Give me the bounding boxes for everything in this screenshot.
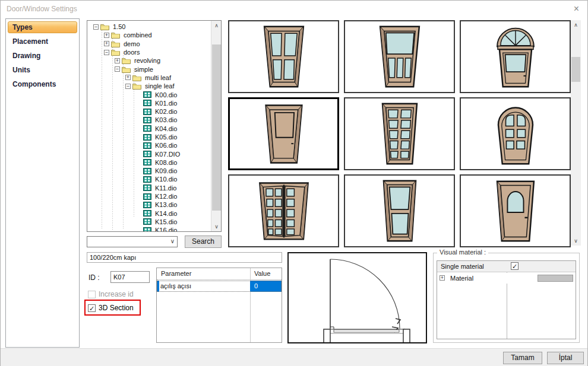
- tree-item-label: K16.dio: [154, 227, 178, 231]
- sidebar-item-types[interactable]: Types: [8, 21, 77, 33]
- tree-item-combined[interactable]: +combined: [87, 31, 211, 39]
- close-icon[interactable]: ×: [574, 4, 579, 14]
- tree-item-k05-dio[interactable]: K05.dio: [87, 133, 211, 141]
- tree-item-simple[interactable]: −simple: [87, 65, 211, 73]
- expand-icon[interactable]: +: [125, 75, 131, 80]
- gallery-scrollbar-thumb[interactable]: [571, 57, 580, 82]
- tree-item-k06-dio[interactable]: K06.dio: [87, 141, 211, 149]
- folder-icon: [132, 74, 141, 81]
- gallery-scrollbar[interactable]: ∧ ∨: [571, 20, 581, 246]
- single-material-row[interactable]: Single material ✓: [437, 261, 576, 272]
- parameter-row[interactable]: açılış açısı 0: [157, 281, 282, 292]
- scroll-down-icon[interactable]: ∨: [211, 222, 222, 231]
- dialog-title: Door/Window Settings: [7, 5, 77, 13]
- door-10-pane-glass[interactable]: [344, 97, 455, 170]
- expand-plus-icon[interactable]: +: [440, 275, 445, 281]
- door-double-multi-pane[interactable]: [228, 174, 339, 247]
- tree-item-k00-dio[interactable]: K00.dio: [87, 90, 211, 98]
- collapse-icon[interactable]: −: [115, 66, 120, 72]
- folder-icon: [132, 82, 141, 90]
- tree-item-k15-dio[interactable]: K15.dio: [87, 218, 211, 226]
- id-label: ID :: [88, 273, 100, 282]
- search-combobox[interactable]: ∨: [87, 236, 178, 247]
- material-row[interactable]: + Material: [437, 273, 576, 284]
- tree-item-label: doors: [122, 49, 141, 56]
- tree-item-k12-dio[interactable]: K12.dio: [87, 192, 211, 200]
- door-plan-preview: [287, 252, 427, 343]
- door-file-icon: [143, 142, 151, 149]
- increase-id-checkbox[interactable]: [88, 291, 96, 298]
- tree-item-single-leaf[interactable]: −single leaf: [87, 82, 211, 90]
- tree-item-label: K03.dio: [154, 116, 178, 123]
- sidebar-item-units[interactable]: Units: [8, 64, 77, 76]
- door-arched-6-pane[interactable]: [460, 97, 571, 170]
- parameter-table-header: Parameter Value: [157, 268, 282, 280]
- tree-item-label: combined: [122, 31, 153, 39]
- tree-item-k10-dio[interactable]: K10.dio: [87, 175, 211, 183]
- tree-item-k02-dio[interactable]: K02.dio: [87, 107, 211, 116]
- collapse-icon[interactable]: −: [125, 84, 131, 89]
- door-file-icon: [143, 227, 151, 231]
- sidebar-item-placement[interactable]: Placement: [8, 36, 77, 47]
- tree-item-k16-dio[interactable]: K16.dio: [87, 226, 211, 231]
- expand-icon[interactable]: +: [104, 33, 109, 38]
- door-swing-diagram: [289, 253, 426, 342]
- scroll-up-icon[interactable]: ∧: [571, 20, 581, 30]
- tree-item-k14-dio[interactable]: K14.dio: [87, 209, 211, 218]
- folder-icon: [111, 40, 120, 47]
- increase-id-checkbox-row: Increase id: [88, 290, 134, 298]
- folder-tree: −1.50+combined+demo−doors+revolving−simp…: [87, 21, 211, 231]
- scroll-down-icon[interactable]: ∨: [571, 236, 581, 246]
- tree-item-label: K12.dio: [154, 193, 178, 200]
- collapse-icon[interactable]: −: [104, 50, 109, 55]
- settings-sidebar: TypesPlacementDrawingUnitsComponents: [5, 18, 80, 348]
- tree-item-doors[interactable]: −doors: [87, 48, 211, 56]
- single-material-checkbox[interactable]: ✓: [511, 262, 519, 270]
- tree-item-k13-dio[interactable]: K13.dio: [87, 200, 211, 209]
- door-fanlight-glass[interactable]: [460, 20, 571, 93]
- ok-button[interactable]: Tamam: [503, 352, 542, 364]
- id-input[interactable]: K07: [110, 271, 150, 283]
- tree-item-k11-dio[interactable]: K11.dio: [87, 184, 211, 192]
- tree-item-k03-dio[interactable]: K03.dio: [87, 116, 211, 124]
- door-2-pane-glass[interactable]: [344, 174, 455, 247]
- door-file-icon: [143, 117, 151, 123]
- door-arched-window[interactable]: [460, 174, 571, 247]
- material-swatch-button[interactable]: [538, 275, 573, 282]
- visual-material-group: Visual material : Single material ✓ + Ma…: [433, 253, 580, 343]
- tree-item-k07-dio[interactable]: K07.DIO: [87, 149, 211, 158]
- expand-icon[interactable]: +: [115, 58, 120, 63]
- door-file-icon: [143, 134, 151, 141]
- tree-item-multi-leaf[interactable]: +multi leaf: [87, 74, 211, 82]
- tree-item-1-50[interactable]: −1.50: [87, 23, 211, 31]
- tree-item-label: demo: [122, 40, 141, 47]
- tree-item-label: K05.dio: [154, 133, 178, 141]
- door-4-pane-glass[interactable]: [228, 20, 339, 93]
- tree-scrollbar[interactable]: ∧ ∨: [211, 21, 221, 231]
- cancel-button[interactable]: İptal: [547, 352, 584, 364]
- value-column-header: Value: [254, 270, 270, 277]
- door-top-glass-3-pane[interactable]: [344, 20, 455, 93]
- door-solid-panel-selected[interactable]: [228, 97, 339, 170]
- tree-item-demo[interactable]: +demo: [87, 40, 211, 48]
- tree-item-k04-dio[interactable]: K04.dio: [87, 125, 211, 133]
- tree-item-k09-dio[interactable]: K09.dio: [87, 167, 211, 175]
- expand-icon[interactable]: +: [104, 41, 109, 46]
- tree-item-label: K15.dio: [154, 218, 178, 225]
- tree-item-revolving[interactable]: +revolving: [87, 56, 211, 65]
- search-button[interactable]: Search: [185, 235, 222, 248]
- door-file-icon: [143, 168, 151, 174]
- sidebar-item-drawing[interactable]: Drawing: [8, 50, 77, 62]
- folder-icon: [122, 66, 131, 73]
- tree-item-label: simple: [133, 66, 154, 73]
- scroll-up-icon[interactable]: ∧: [211, 21, 222, 30]
- collapse-icon[interactable]: −: [93, 24, 99, 30]
- tree-scrollbar-thumb[interactable]: [212, 44, 221, 211]
- sidebar-item-components[interactable]: Components: [8, 78, 77, 90]
- tree-item-k08-dio[interactable]: K08.dio: [87, 158, 211, 167]
- tree-item-label: K13.dio: [154, 201, 178, 208]
- tree-item-k01-dio[interactable]: K01.dio: [87, 99, 211, 107]
- chevron-down-icon[interactable]: ∨: [170, 238, 175, 244]
- parameter-value[interactable]: 0: [250, 281, 282, 292]
- section3d-checkbox[interactable]: ✓: [88, 304, 96, 312]
